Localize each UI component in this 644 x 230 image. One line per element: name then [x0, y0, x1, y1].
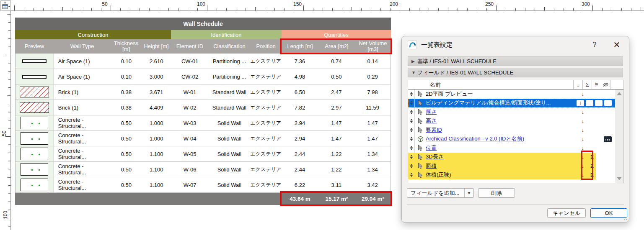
sum-toggle[interactable]: Σ [587, 163, 597, 169]
sort-toggle[interactable]: ↓ [578, 118, 587, 124]
table-row[interactable]: Concrete - Structural...0.501.100W-05Sol… [16, 146, 391, 162]
reorder-handle-icon[interactable] [408, 153, 415, 162]
cell-position: エクステリア [250, 100, 282, 115]
table-row[interactable]: Concrete - Structural...0.501.000W-03Sol… [16, 115, 391, 131]
dialog-titlebar[interactable]: 一覧表設定 ? ✕ [402, 36, 629, 53]
section-criteria[interactable]: ▶ 基準 / IES-01 WALL SCHEDULE [408, 56, 623, 66]
field-name[interactable]: 要素ID [426, 126, 578, 134]
reorder-handle-icon[interactable] [408, 125, 415, 135]
field-name[interactable]: 3D長さ [426, 153, 578, 161]
sum-toggle[interactable]: Σ [587, 154, 597, 160]
field-row[interactable]: 高さ↓ [408, 117, 615, 126]
cell-wall_type: Concrete - Structural... [54, 115, 111, 130]
section-fields-label: フィールド / IES-01 WALL SCHEDULE [417, 69, 513, 77]
sum-column-icon[interactable]: Σ [582, 80, 592, 89]
field-name[interactable]: ビルディングマテリアル/複合構造/断面形状/塗り... [426, 99, 576, 107]
dropdown-arrow-icon[interactable]: ▼ [464, 189, 473, 197]
sort-toggle[interactable]: ↓ [578, 127, 587, 133]
cancel-button[interactable]: キャンセル [547, 208, 586, 218]
reorder-handle-icon[interactable] [408, 135, 415, 144]
field-row[interactable]: 3D長さ↓Σ [408, 153, 615, 162]
field-row[interactable]: 位置↓ [408, 143, 615, 153]
flag-column-icon[interactable]: ⚑ [592, 80, 601, 89]
add-field-button[interactable]: フィールドを追加... ▼ [407, 188, 474, 198]
field-row[interactable]: Archicad Classification - v 2.0 (IDと名前)↓ [408, 135, 615, 144]
resize-grip[interactable] [622, 215, 627, 220]
cell-net_volume: 11.59 [354, 100, 391, 115]
field-row[interactable]: 体積(正味)↓Σ [408, 171, 615, 180]
list-scrollbar[interactable] [615, 89, 623, 183]
ruler-origin-button[interactable] [0, 0, 11, 11]
option-toggle[interactable] [604, 100, 612, 106]
section-fields[interactable]: ▼ フィールド / IES-01 WALL SCHEDULE [408, 68, 623, 77]
cell-area: 1.47 [318, 131, 354, 146]
delete-button[interactable]: 削除 [478, 188, 515, 198]
field-name[interactable]: 高さ [426, 117, 578, 125]
sort-toggle[interactable]: ↓ [578, 163, 587, 169]
ellipsis-button[interactable] [604, 136, 612, 142]
field-row[interactable]: 2D平面 プレビュー↓ [408, 89, 615, 99]
option-toggle[interactable] [586, 100, 593, 106]
table-row[interactable]: Air Space (1)0.102.610CW-01Partitioning … [16, 54, 391, 69]
pointer-icon [415, 172, 426, 178]
field-name[interactable]: Archicad Classification - v 2.0 (IDと名前) [426, 135, 578, 143]
table-row[interactable]: Brick (1)0.384.409W-02Standard Wallエクステリ… [16, 100, 391, 115]
cell-height: 2.610 [142, 54, 171, 69]
reorder-handle-icon[interactable] [408, 99, 415, 108]
field-row[interactable]: 厚さ↓ [408, 107, 615, 117]
name-column-header: 名前 [408, 81, 573, 89]
sort-toggle[interactable]: ↓ [578, 109, 587, 115]
preview-swatch [16, 69, 54, 84]
reorder-handle-icon[interactable] [408, 143, 415, 153]
reorder-handle-icon[interactable] [408, 117, 415, 126]
scroll-down-icon[interactable] [617, 177, 622, 180]
cell-wall_type: Concrete - Structural... [54, 177, 111, 192]
cell-wall_type: Brick (1) [54, 84, 111, 100]
close-icon[interactable]: ✕ [610, 40, 623, 50]
column-header: Length [m] [282, 39, 318, 54]
sort-toggle[interactable]: ↓ [577, 100, 584, 106]
option-toggle[interactable] [595, 100, 603, 106]
cell-classification: Solid Wall [209, 177, 250, 192]
field-name[interactable]: 面積 [426, 162, 578, 170]
table-row[interactable]: Air Space (1)0.103.000CW-02Partitioning … [16, 69, 391, 84]
cell-length: 2.44 [282, 162, 318, 177]
reorder-handle-icon[interactable] [408, 107, 415, 117]
field-name[interactable]: 位置 [426, 144, 578, 152]
reorder-handle-icon[interactable] [408, 171, 415, 180]
cell-area: 1.22 [318, 146, 354, 161]
add-field-label: フィールドを追加... [411, 189, 459, 197]
ok-button[interactable]: OK [590, 208, 627, 218]
ok-label: OK [605, 210, 613, 216]
sort-toggle[interactable]: ↓ [578, 172, 587, 178]
field-name[interactable]: 体積(正味) [426, 171, 578, 179]
help-button[interactable]: ? [589, 41, 600, 49]
sort-toggle[interactable]: ↓ [578, 91, 587, 97]
field-name[interactable]: 2D平面 プレビュー [426, 90, 578, 98]
concrete-pattern-swatch [21, 117, 48, 129]
sort-column-icon[interactable]: ↓ [573, 80, 582, 89]
reorder-handle-icon[interactable] [408, 161, 415, 171]
field-row[interactable]: 要素ID↓ [408, 125, 615, 135]
cell-element_id: W-06 [171, 162, 209, 177]
sort-toggle[interactable]: ↓ [578, 154, 587, 160]
reorder-handle-icon[interactable] [408, 89, 415, 99]
scroll-up-icon[interactable] [617, 92, 622, 95]
table-row[interactable]: Concrete - Structural...0.501.100W-06Sol… [16, 162, 391, 177]
hide-column-icon[interactable] [601, 80, 610, 89]
cell-position: エクステリア [250, 177, 282, 192]
field-row[interactable]: ビルディングマテリアル/複合構造/断面形状/塗り...↓ [408, 99, 615, 108]
preview-swatch [16, 162, 54, 177]
preview-swatch [16, 84, 54, 100]
field-name[interactable]: 厚さ [426, 108, 578, 116]
sum-toggle[interactable]: Σ [587, 172, 597, 178]
h-ruler-label: 150 [293, 1, 302, 7]
sort-toggle[interactable]: ↓ [578, 145, 587, 151]
preview-swatch [16, 115, 54, 130]
sort-toggle[interactable]: ↓ [578, 136, 587, 142]
cell-wall_type: Air Space (1) [54, 69, 111, 84]
table-row[interactable]: Concrete - Structural...0.501.100W-07Sol… [16, 177, 391, 193]
field-row[interactable]: 面積↓Σ [408, 161, 615, 171]
table-row[interactable]: Concrete - Structural...0.501.000W-04Sol… [16, 131, 391, 146]
table-row[interactable]: Brick (1)0.383.671W-01Standard Wallエクステリ… [16, 84, 391, 100]
